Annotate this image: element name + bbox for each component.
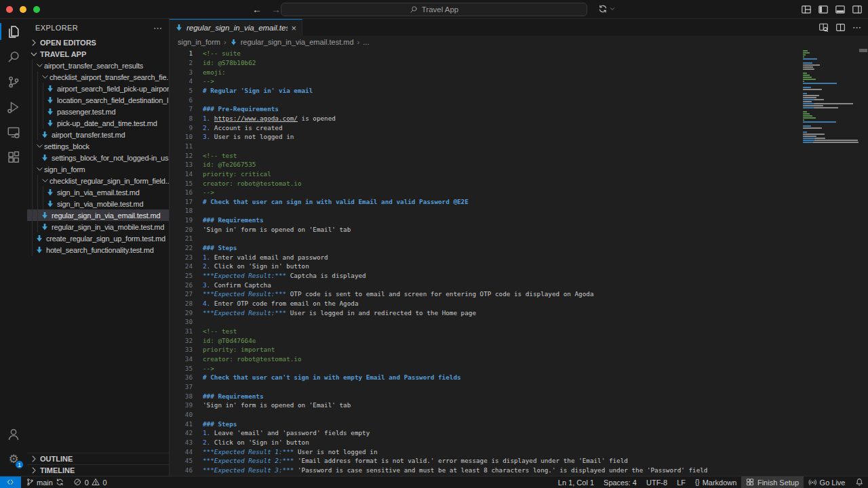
code-editor[interactable]: 1<!-- suite2id: @S78b10b623emoji:4-->5# … [170, 48, 802, 476]
status-eol[interactable]: LF [672, 476, 690, 488]
code-line[interactable]: 231. Enter valid email and password [170, 252, 802, 262]
status-go-live[interactable]: Go Live [804, 476, 850, 488]
status-language-mode[interactable]: {}Markdown [690, 476, 741, 488]
code-line[interactable]: 44***Expected Result 1:*** User is not l… [170, 447, 802, 456]
code-line[interactable]: 12<!-- test [170, 150, 802, 160]
status-remote-indicator[interactable] [0, 476, 21, 488]
workspace-root-section[interactable]: TRAVEL APP [27, 48, 169, 60]
toggle-panel-icon[interactable] [835, 4, 846, 15]
breadcrumb-tail[interactable]: ... [363, 38, 369, 46]
back-arrow-icon[interactable]: ← [251, 3, 263, 16]
breadcrumb-file[interactable]: regular_sign_in_via_email.test.md [241, 38, 354, 46]
code-line[interactable]: 5# Regular 'Sign in' via email [170, 86, 802, 96]
tree-folder-airport-transfer-search-results[interactable]: airport_transfer_search_results [27, 60, 169, 71]
code-line[interactable]: 81. https://www.agoda.com/ is opened [170, 114, 802, 123]
tree-file-regular-sign-in-via-mobile-test-md[interactable]: regular_sign_in_via_mobile.test.md [27, 221, 169, 232]
tree-file-hotel-search-functionality-test-md[interactable]: hotel_search_functionality.test.md [27, 244, 169, 256]
activity-bar-source-control[interactable] [0, 69, 27, 94]
code-line[interactable]: 16--> [170, 188, 802, 197]
tree-file-airport-search-field-pick-up-airpor-[interactable]: airport_search_field_pick-up_airpor... [27, 83, 169, 94]
code-line[interactable]: 1<!-- suite [170, 49, 802, 58]
activity-bar-remote-explorer[interactable] [0, 119, 27, 144]
tree-file-airport-transfer-test-md[interactable]: airport_transfer.test.md [27, 129, 169, 140]
tree-folder-settings-block[interactable]: settings_block [27, 140, 169, 152]
close-window-button[interactable] [6, 6, 13, 13]
activity-bar-search[interactable] [0, 44, 27, 69]
activity-bar-accounts[interactable] [0, 422, 27, 447]
code-line[interactable]: 25***Expected Result:*** Captcha is disp… [170, 271, 802, 281]
zoom-window-button[interactable] [33, 6, 40, 13]
code-line[interactable]: 263. Confirm Captcha [170, 280, 802, 289]
outline-section[interactable]: OUTLINE [27, 453, 169, 464]
code-line[interactable]: 36# Check that user can't sign in with e… [170, 373, 802, 382]
close-tab-icon[interactable]: × [291, 24, 296, 33]
code-line[interactable]: 34creator: robot@testomat.io [170, 354, 802, 364]
activity-bar-run-and-debug[interactable] [0, 94, 27, 119]
code-line[interactable]: 6 [170, 95, 802, 104]
minimap[interactable] [802, 48, 859, 476]
chevron-down-icon[interactable] [609, 5, 616, 12]
code-line[interactable]: 29***Expected Result:*** User is logged … [170, 308, 802, 317]
activity-bar-explorer[interactable] [0, 19, 27, 44]
code-line[interactable]: 46***Expected Result 3:*** 'Password is … [170, 466, 802, 475]
code-line[interactable]: 37 [170, 382, 802, 392]
code-line[interactable]: 2id: @S78b10b62 [170, 58, 802, 68]
tab-regular-sign-in-via-email[interactable]: regular_sign_in_via_email.test.md × [170, 19, 302, 36]
code-line[interactable]: 38### Requirements [170, 391, 802, 401]
code-line[interactable]: 22### Steps [170, 243, 802, 253]
code-line[interactable]: 103. User is not logged in [170, 132, 802, 142]
code-line[interactable]: 4--> [170, 77, 802, 86]
scrollbar[interactable] [859, 48, 868, 476]
code-line[interactable]: 27***Expected Result:*** OTP code is sen… [170, 289, 802, 299]
customize-layout-icon[interactable] [801, 4, 812, 15]
code-line[interactable]: 15creator: robot@testomat.io [170, 178, 802, 188]
tree-folder-sign-in-form[interactable]: sign_in_form [27, 163, 169, 175]
code-line[interactable]: 242. Click on 'Sign in' button [170, 262, 802, 271]
sync-icon[interactable] [598, 4, 608, 14]
command-center[interactable]: Travel App [281, 3, 587, 16]
code-line[interactable]: 21 [170, 234, 802, 243]
tree-file-settings-block-for-not-logged-in-us-[interactable]: settings_block_for_not_logged-in_us... [27, 152, 169, 163]
code-line[interactable]: 39'Sign in' form is opened on 'Email' ta… [170, 401, 802, 410]
code-line[interactable]: 421. Leave 'email' and 'password' fields… [170, 428, 802, 438]
tree-file-sign-in-via-email-test-md[interactable]: sign_in_via_email.test.md [27, 186, 169, 198]
minimize-window-button[interactable] [20, 6, 26, 13]
split-editor-icon[interactable] [835, 22, 846, 33]
code-line[interactable]: 19### Requirements [170, 216, 802, 225]
code-line[interactable]: 20'Sign in' form is opened on 'Email' ta… [170, 224, 802, 234]
code-line[interactable]: 33priority: important [170, 345, 802, 354]
more-actions-icon[interactable]: ⋯ [153, 23, 162, 33]
code-line[interactable]: 3emoji: [170, 67, 802, 77]
status-indentation[interactable]: Spaces: 4 [599, 476, 642, 488]
code-line[interactable]: 41### Steps [170, 419, 802, 428]
tree-file-pick-up-date-and-time-test-md[interactable]: pick-up_date_and_time.test.md [27, 117, 169, 129]
open-editors-section[interactable]: OPEN EDITORS [27, 37, 169, 48]
code-line[interactable]: 92. Account is created [170, 123, 802, 132]
code-line[interactable]: 40 [170, 410, 802, 420]
code-line[interactable]: 11 [170, 142, 802, 151]
status-finish-setup[interactable]: Finish Setup [741, 476, 804, 488]
tree-file-passenger-test-md[interactable]: passenger.test.md [27, 106, 169, 117]
code-line[interactable]: 18 [170, 206, 802, 216]
toggle-secondary-sidebar-icon[interactable] [852, 4, 863, 15]
timeline-section[interactable]: TIMELINE [27, 464, 169, 476]
code-line[interactable]: 432. Click on 'Sign in' button [170, 438, 802, 447]
status-encoding[interactable]: UTF-8 [642, 476, 672, 488]
scrollbar-thumb[interactable] [859, 49, 867, 52]
code-line[interactable]: 7### Pre-Requirements [170, 104, 802, 114]
code-line[interactable]: 13id: @Te2667535 [170, 160, 802, 169]
status-git-branch-status[interactable]: main [21, 476, 69, 488]
toggle-primary-sidebar-icon[interactable] [818, 4, 829, 15]
activity-bar-settings[interactable]: ⚙1 [0, 447, 27, 472]
tree-file-location-search-field-destination-l-[interactable]: location_search_field_destination_l... [27, 94, 169, 106]
code-line[interactable]: 35--> [170, 363, 802, 373]
status-cursor-position[interactable]: Ln 1, Col 1 [553, 476, 599, 488]
open-preview-icon[interactable] [818, 22, 829, 33]
breadcrumb-folder[interactable]: sign_in_form [178, 38, 220, 46]
tree-folder-checklist-airport-transfer-search-fie-[interactable]: checklist_airport_transfer_search_fie... [27, 71, 169, 83]
code-line[interactable]: 284. Enter OTP code from email on the Ag… [170, 299, 802, 308]
activity-bar-extensions[interactable] [0, 144, 27, 169]
more-actions-icon[interactable]: ⋯ [852, 22, 861, 33]
code-line[interactable]: 17# Check that user can sign in with val… [170, 197, 802, 207]
code-line[interactable]: 32id: @T0d47664e [170, 336, 802, 345]
